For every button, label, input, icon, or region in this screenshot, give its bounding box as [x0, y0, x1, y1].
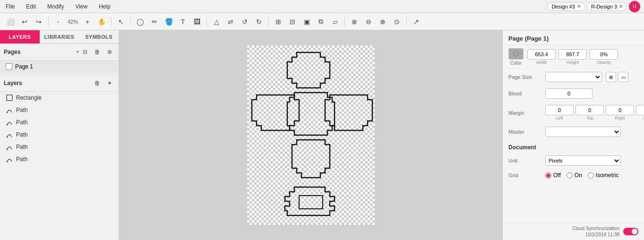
color-picker[interactable] — [508, 48, 524, 60]
sync-toggle[interactable] — [623, 228, 638, 235]
arrange-button[interactable]: ⧉ — [314, 15, 327, 28]
tab-symbols[interactable]: SYMBOLS — [79, 30, 119, 43]
canvas-background — [247, 45, 375, 225]
menu-file[interactable]: File — [4, 2, 17, 11]
menu-view[interactable]: View — [73, 2, 89, 11]
document-section-title: Document — [503, 140, 644, 153]
redo-button[interactable]: ↪ — [32, 15, 45, 28]
symbol-button[interactable]: ↗ — [410, 15, 423, 28]
pages-add-btn[interactable]: ⊕ — [104, 47, 115, 57]
boolean-button[interactable]: ⊕ — [348, 15, 361, 28]
zoom-in-button[interactable]: + — [81, 15, 94, 28]
main-content: LAYERS LIBRARIES SYMBOLS Pages ▼ ⊟ 🗑 ⊕ P… — [0, 30, 644, 240]
page-1-icon — [6, 63, 12, 70]
pan-button[interactable]: ✋ — [95, 15, 108, 28]
minus-button[interactable]: ⊖ — [362, 15, 375, 28]
new-button[interactable]: ⬜ — [4, 15, 17, 28]
tab-libraries[interactable]: LIBRARIES — [40, 30, 79, 43]
menu-edit[interactable]: Edit — [24, 2, 38, 11]
intersect-button[interactable]: ⊗ — [376, 15, 389, 28]
grid-isometric-option[interactable]: Isometric — [588, 172, 619, 179]
pages-delete-btn[interactable]: 🗑 — [92, 47, 103, 57]
page-size-icon-1[interactable]: ⊞ — [606, 72, 616, 82]
distribute-v-button[interactable]: ⊟ — [286, 15, 299, 28]
toolbar-sep-2 — [111, 17, 112, 26]
page-size-icon-2[interactable]: ▭ — [618, 72, 628, 82]
layer-path-5[interactable]: Path — [0, 153, 119, 165]
width-input[interactable] — [527, 49, 556, 60]
height-input[interactable] — [558, 49, 587, 60]
zoom-out-button[interactable]: - — [52, 15, 65, 28]
bleed-input[interactable] — [545, 88, 592, 99]
undo-button[interactable]: ↩ — [18, 15, 31, 28]
select-button[interactable]: ↖ — [114, 15, 128, 28]
rdesign3-tab[interactable]: R-Design 3 ✕ — [587, 2, 627, 11]
margin-bottom-input[interactable] — [636, 105, 644, 115]
pages-dropdown-icon[interactable]: ▼ — [76, 50, 80, 54]
grid-off-radio[interactable] — [545, 172, 551, 179]
design3-tab[interactable]: Design #3 ✕ — [547, 2, 585, 11]
margin-top-input[interactable] — [575, 105, 604, 115]
text-button[interactable]: T — [176, 15, 189, 28]
rotate-cw-button[interactable]: ↻ — [252, 15, 266, 28]
pages-toggle-btn[interactable]: ⊟ — [80, 47, 90, 57]
group-button[interactable]: ▣ — [300, 15, 313, 28]
svg-rect-6 — [299, 196, 323, 209]
layer-path-1[interactable]: Path — [0, 104, 119, 116]
layer-path-2[interactable]: Path — [0, 116, 119, 129]
layer-path-1-label: Path — [16, 107, 28, 113]
menu-modify[interactable]: Modify — [45, 2, 66, 11]
menu-help[interactable]: Help — [97, 2, 112, 11]
zoom-level: 42% — [66, 19, 80, 25]
grid-off-option[interactable]: Off — [545, 172, 561, 179]
distribute-h-button[interactable]: ⊞ — [272, 15, 285, 28]
user-avatar[interactable]: U — [629, 1, 640, 12]
rdesign3-tab-close[interactable]: ✕ — [619, 4, 623, 9]
path5-layer-icon — [6, 155, 13, 163]
canvas-area[interactable] — [119, 30, 502, 240]
pages-header: Pages ▼ ⊟ 🗑 ⊕ — [0, 44, 119, 60]
grid-on-radio[interactable] — [567, 172, 573, 179]
pen-button[interactable]: ✏ — [148, 15, 161, 28]
toolbar-sep-4 — [206, 17, 207, 26]
master-select[interactable] — [545, 127, 621, 137]
rotate-ccw-button[interactable]: ↺ — [238, 15, 251, 28]
canvas-shapes — [247, 45, 375, 225]
shape-button[interactable]: ◯ — [134, 15, 147, 28]
sync-date: 10/3/2018 11:38 — [585, 232, 619, 237]
design3-tab-label: Design #3 — [551, 4, 575, 9]
opacity-sublabel: Opacity — [597, 60, 611, 65]
toolbar-sep-7 — [406, 17, 407, 26]
grid-radio-group: Off On Isometric — [545, 172, 619, 179]
svg-point-1 — [7, 112, 8, 113]
grid-on-option[interactable]: On — [567, 172, 582, 179]
page-size-label: Page Size — [508, 74, 541, 80]
svg-rect-7 — [509, 49, 523, 59]
svg-point-4 — [7, 149, 8, 150]
design3-tab-close[interactable]: ✕ — [577, 4, 581, 9]
margin-right-input[interactable] — [606, 105, 634, 115]
opacity-input[interactable] — [590, 49, 618, 60]
flip-h-button[interactable]: ⇄ — [224, 15, 237, 28]
layer-path-4[interactable]: Path — [0, 141, 119, 153]
fill-button[interactable]: 🪣 — [162, 15, 175, 28]
page-size-icons: ⊞ ▭ — [606, 72, 628, 82]
page-1-item[interactable]: Page 1 — [0, 60, 119, 73]
grid-isometric-radio[interactable] — [588, 172, 594, 179]
frame-button[interactable]: ▱ — [328, 15, 342, 28]
svg-point-2 — [7, 124, 8, 126]
exclude-button[interactable]: ⊙ — [390, 15, 404, 28]
layer-rectangle[interactable]: Rectangle — [0, 92, 119, 104]
tab-layers[interactable]: LAYERS — [0, 30, 40, 43]
layer-path-3[interactable]: Path — [0, 129, 119, 141]
image-button[interactable]: 🖼 — [190, 15, 204, 28]
grid-row: Grid Off On Isometric — [503, 169, 644, 182]
margin-left-input[interactable] — [545, 105, 574, 115]
right-panel: Page (Page 1) Color Width — [502, 30, 644, 240]
page-size-select[interactable] — [545, 72, 602, 82]
layers-add-btn[interactable]: ✦ — [104, 78, 115, 88]
layers-delete-btn[interactable]: 🗑 — [92, 78, 103, 88]
triangle-button[interactable]: △ — [210, 15, 223, 28]
svg-point-5 — [7, 161, 8, 163]
unit-select[interactable]: Pixels — [545, 155, 621, 166]
